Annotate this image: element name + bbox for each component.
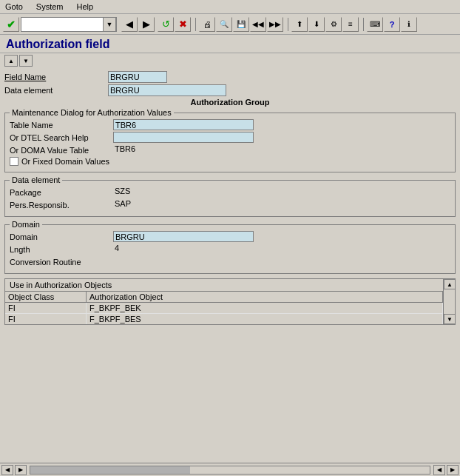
download-btn[interactable]: ⬇ [308, 17, 325, 32]
refresh-btn[interactable]: ↺ [158, 17, 174, 32]
table-row[interactable]: FI F_BKPF_BEK [5, 303, 443, 314]
domain-row: Domain [10, 231, 450, 242]
table-name-row: Table Name [10, 119, 450, 130]
scroll-down-btn[interactable]: ▼ [444, 314, 456, 324]
filter-btn[interactable]: ⚙ [325, 17, 342, 32]
menu-bar: Goto System Help [0, 0, 460, 14]
save-btn[interactable]: 💾 [233, 17, 249, 32]
or-dtel-input[interactable] [113, 132, 254, 143]
domain-input[interactable] [113, 231, 254, 242]
conv-label: Conversion Routine [10, 258, 113, 267]
data-element-group-title: Data element [10, 175, 62, 184]
cell-auth-object: F_BKPF_BEK [87, 303, 443, 313]
title-text: Authorization field [6, 38, 109, 50]
bottom-bar: ◀ ▶ ◀ ▶ [0, 463, 460, 476]
lngth-value: 4 [113, 244, 121, 255]
lngth-label: Lngth [10, 245, 113, 254]
data-element-input[interactable] [108, 84, 226, 96]
table-name-input[interactable] [113, 119, 254, 130]
field-name-input[interactable] [108, 71, 167, 83]
auth-objects-rows: FI F_BKPF_BEK FI F_BKPF_BES [5, 303, 443, 324]
auth-objects-title: Use in Authorization Objects [5, 279, 443, 292]
next-page-btn[interactable]: ▶▶ [267, 17, 283, 32]
table-scrollbar: ▲ ▼ [443, 279, 455, 324]
print-group: 🖨 🔍 💾 ◀◀ ▶▶ [199, 17, 283, 32]
col-auth-object: Authorization Object [87, 292, 443, 302]
conv-value [113, 256, 116, 267]
scroll-track [444, 289, 455, 314]
pers-row: Pers.Responsib. SAP [10, 199, 450, 210]
layout-btn[interactable]: ≡ [342, 17, 359, 32]
or-doma-row: Or DOMA Value Table TBR6 [10, 144, 450, 155]
package-label: Package [10, 188, 113, 197]
nav-btn-group: ◀ ▶ [121, 17, 155, 32]
domain-group-title: Domain [10, 220, 42, 229]
menu-help[interactable]: Help [75, 1, 96, 12]
ok-icon[interactable]: ✔ [3, 17, 19, 32]
separator-3 [363, 18, 364, 31]
cell-object-class: FI [5, 303, 87, 313]
separator-1 [195, 18, 196, 31]
auth-group-header: Authorization Group [4, 98, 456, 107]
or-dtel-label: Or DTEL Search Help [10, 133, 113, 142]
maintenance-dialog-content: Table Name Or DTEL Search Help Or DOMA V… [10, 119, 450, 166]
table-name-label: Table Name [10, 121, 113, 130]
domain-label: Domain [10, 232, 113, 241]
pers-label: Pers.Responsib. [10, 201, 113, 209]
command-dropdown-btn[interactable]: ▼ [103, 17, 116, 32]
content-area: Field Name Data element Authorization Gr… [0, 68, 460, 331]
find-btn[interactable]: 🔍 [216, 17, 232, 32]
auth-objects-table-main: Use in Authorization Objects Object Clas… [5, 279, 443, 324]
prev-page-btn[interactable]: ◀◀ [250, 17, 266, 32]
domain-group: Domain Domain Lngth 4 Conversion Routine [4, 224, 456, 274]
nav-down-btn[interactable]: ▼ [19, 55, 33, 67]
print-btn[interactable]: 🖨 [199, 17, 215, 32]
hscroll-end-right-btn[interactable]: ▶ [447, 465, 459, 475]
menu-goto[interactable]: Goto [3, 1, 25, 12]
help-btn[interactable]: ? [384, 17, 400, 32]
help-group: ⌨ ? ℹ [367, 17, 417, 32]
or-fixed-label: Or Fixed Domain Values [21, 157, 109, 166]
domain-section-content: Domain Lngth 4 Conversion Routine [10, 231, 450, 267]
maintenance-dialog-group: Maintenance Dialog for Authorization Val… [4, 113, 456, 172]
forward-btn[interactable]: ▶ [138, 17, 155, 32]
or-fixed-row: Or Fixed Domain Values [10, 157, 450, 166]
hscroll-end-left-btn[interactable]: ◀ [433, 465, 445, 475]
table-row[interactable]: FI F_BKPF_BES [5, 314, 443, 324]
hscroll-left-btn[interactable]: ◀ [1, 465, 13, 475]
command-field-wrap: ▼ [21, 17, 117, 32]
upload-btn[interactable]: ⬆ [291, 17, 308, 32]
extra-group: ⬆ ⬇ ⚙ ≡ [291, 17, 359, 32]
menu-system[interactable]: System [34, 1, 66, 12]
pers-value: SAP [113, 199, 132, 210]
scroll-up-btn[interactable]: ▲ [444, 279, 456, 289]
back-btn[interactable]: ◀ [121, 17, 138, 32]
auth-objects-header: Object Class Authorization Object [5, 292, 443, 303]
stop-btn[interactable]: ✖ [175, 17, 191, 32]
cell-auth-object: F_BKPF_BES [87, 314, 443, 324]
field-name-row: Field Name [4, 71, 456, 83]
data-element-section-content: Package SZS Pers.Responsib. SAP [10, 187, 450, 210]
conv-row: Conversion Routine [10, 256, 450, 267]
or-fixed-checkbox[interactable] [10, 157, 18, 166]
page-title: Authorization field [0, 35, 460, 53]
info-btn[interactable]: ℹ [401, 17, 417, 32]
shortcut-btn[interactable]: ⌨ [367, 17, 383, 32]
lngth-row: Lngth 4 [10, 244, 450, 255]
package-value: SZS [113, 187, 132, 198]
nav-up-btn[interactable]: ▲ [4, 55, 18, 67]
cell-object-class: FI [5, 314, 87, 324]
data-element-row: Data element [4, 84, 456, 96]
data-element-group: Data element Package SZS Pers.Responsib.… [4, 180, 456, 217]
hscroll-thumb [30, 466, 190, 474]
command-input[interactable] [21, 19, 103, 30]
package-row: Package SZS [10, 187, 450, 198]
hscroll-track [30, 466, 430, 475]
hscroll-right-btn[interactable]: ▶ [15, 465, 27, 475]
or-doma-label: Or DOMA Value Table [10, 146, 113, 155]
col-object-class: Object Class [5, 292, 87, 302]
field-name-label: Field Name [4, 73, 108, 81]
data-element-label: Data element [4, 86, 108, 95]
or-doma-value: TBR6 [113, 144, 137, 155]
maintenance-dialog-title: Maintenance Dialog for Authorization Val… [10, 108, 174, 117]
